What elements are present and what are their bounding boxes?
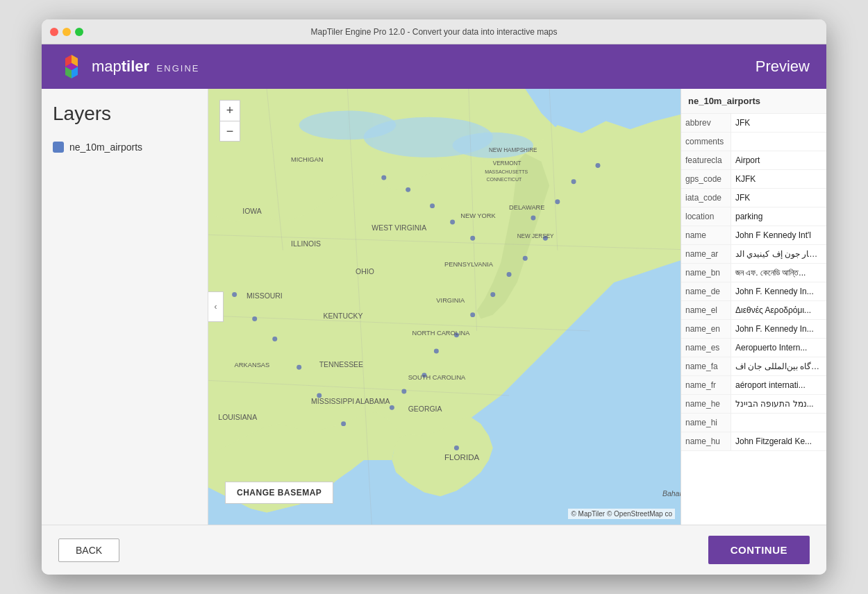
prop-key: name_de: [681, 282, 731, 300]
property-row: location parking: [681, 207, 826, 226]
prop-key: featurecla: [681, 151, 731, 169]
prop-key: iata_code: [681, 189, 731, 207]
zoom-in-button[interactable]: +: [219, 100, 240, 121]
svg-text:MICHIGAN: MICHIGAN: [291, 156, 324, 163]
svg-point-4: [453, 133, 533, 158]
prop-value: KJFK: [731, 170, 826, 188]
layers-title: Layers: [53, 103, 197, 125]
properties-rows: abbrev JFK comments featurecla Airport g…: [681, 114, 826, 451]
svg-point-36: [406, 187, 410, 192]
property-row: name_hi: [681, 414, 826, 432]
svg-text:VERMONT: VERMONT: [493, 160, 521, 167]
prop-key: name_he: [681, 395, 731, 413]
svg-point-30: [272, 337, 277, 341]
prop-value: জন এফ. কেনেডি আন্তি...: [731, 264, 826, 282]
prop-key: name_hi: [681, 414, 731, 432]
prop-value: مطار جون إف كينيدي الد...: [731, 245, 826, 263]
properties-panel: ne_10m_airports abbrev JFK comments feat…: [681, 89, 826, 525]
svg-point-26: [454, 446, 459, 450]
collapse-panel-button[interactable]: ‹: [208, 291, 224, 322]
logo: maptiler ENGINE: [58, 53, 199, 80]
svg-text:ALABAMA: ALABAMA: [356, 398, 390, 405]
svg-text:VIRGINIA: VIRGINIA: [436, 297, 465, 304]
prop-key: name: [681, 226, 731, 244]
maptiler-logo-icon: [58, 53, 85, 80]
property-row: name_el Διεθνές Αεροδρόμι...: [681, 301, 826, 320]
minimize-button[interactable]: [62, 28, 71, 36]
prop-key: name_ar: [681, 245, 731, 263]
layer-name: ne_10m_airports: [69, 142, 142, 153]
property-row: gps_code KJFK: [681, 170, 826, 189]
svg-point-34: [450, 219, 455, 224]
property-row: name John F Kennedy Int'l: [681, 226, 826, 245]
svg-point-29: [297, 365, 301, 370]
svg-text:OHIO: OHIO: [356, 268, 374, 275]
prop-value: John Fitzgerald Ke...: [731, 432, 826, 450]
property-row: name_hu John Fitzgerald Ke...: [681, 432, 826, 451]
svg-text:ARKANSAS: ARKANSAS: [235, 362, 270, 368]
logo-engine-text: ENGINE: [157, 63, 200, 74]
app-header: maptiler ENGINE Preview: [42, 44, 826, 89]
svg-text:SOUTH CAROLINA: SOUTH CAROLINA: [408, 374, 466, 381]
continue-button[interactable]: CONTINUE: [708, 536, 810, 564]
property-row: name_ar مطار جون إف كينيدي الد...: [681, 245, 826, 264]
svg-point-17: [523, 256, 528, 261]
prop-value: JFK: [731, 114, 826, 132]
main-content: Layers ne_10m_airports: [42, 89, 826, 525]
prop-key: name_en: [681, 320, 731, 338]
svg-text:TENNESSEE: TENNESSEE: [319, 361, 363, 368]
svg-point-35: [430, 203, 435, 208]
map-zoom-controls: + −: [219, 100, 240, 142]
sidebar: Layers ne_10m_airports: [42, 89, 208, 525]
map-area[interactable]: ILLINOIS OHIO NEW YORK PENNSYLVANIA NEW …: [208, 89, 681, 525]
properties-header: ne_10m_airports: [681, 89, 826, 114]
svg-text:MISSISSIPPI: MISSISSIPPI: [311, 398, 354, 405]
property-row: abbrev JFK: [681, 114, 826, 133]
svg-point-20: [470, 312, 475, 317]
titlebar: MapTiler Engine Pro 12.0 - Convert your …: [42, 19, 826, 44]
layer-item[interactable]: ne_10m_airports: [53, 139, 197, 155]
logo-text: maptiler ENGINE: [92, 58, 199, 76]
svg-text:NEW YORK: NEW YORK: [460, 212, 496, 219]
back-button[interactable]: BACK: [58, 538, 119, 562]
prop-value: נמל התעופה הביינל...: [731, 395, 826, 413]
zoom-out-button[interactable]: −: [219, 121, 240, 142]
prop-key: name_fr: [681, 376, 731, 394]
property-row: iata_code JFK: [681, 189, 826, 207]
svg-point-12: [595, 163, 600, 168]
prop-value: aéroport internati...: [731, 376, 826, 394]
svg-point-3: [299, 110, 397, 139]
prop-key: name_hu: [681, 432, 731, 450]
svg-text:PENNSYLVANIA: PENNSYLVANIA: [444, 261, 494, 268]
prop-key: name_es: [681, 339, 731, 357]
svg-point-24: [401, 389, 406, 394]
footer: BACK CONTINUE: [42, 525, 826, 575]
prop-key: location: [681, 207, 731, 226]
svg-text:IOWA: IOWA: [242, 207, 262, 215]
svg-point-37: [381, 175, 386, 180]
prop-value: Διεθνές Αεροδρόμι...: [731, 301, 826, 319]
svg-text:MASSACHUSETTS: MASSACHUSETTS: [485, 169, 528, 174]
change-basemap-button[interactable]: CHANGE BASEMAP: [225, 482, 333, 504]
svg-point-15: [531, 216, 535, 221]
maximize-button[interactable]: [75, 28, 83, 36]
svg-point-33: [470, 236, 475, 241]
prop-key: name_fa: [681, 357, 731, 375]
svg-text:MISSOURI: MISSOURI: [247, 292, 283, 300]
prop-value: [731, 414, 826, 432]
property-row: name_bn জন এফ. কেনেডি আন্তি...: [681, 264, 826, 282]
svg-text:NEW HAMPSHIRE: NEW HAMPSHIRE: [489, 147, 537, 153]
svg-point-19: [490, 292, 495, 297]
app-window: MapTiler Engine Pro 12.0 - Convert your …: [42, 19, 826, 575]
svg-point-18: [507, 272, 512, 277]
property-row: name_en John F. Kennedy In...: [681, 320, 826, 339]
svg-point-25: [390, 405, 394, 410]
prop-value: فرودگاه بین‌المللی جان اف ...: [731, 357, 826, 375]
svg-point-14: [555, 199, 560, 204]
svg-text:DELAWARE: DELAWARE: [509, 204, 545, 211]
svg-text:ILLINOIS: ILLINOIS: [291, 240, 321, 248]
svg-text:FLORIDA: FLORIDA: [444, 452, 480, 461]
prop-key: gps_code: [681, 170, 731, 188]
prop-value: JFK: [731, 189, 826, 207]
close-button[interactable]: [50, 28, 58, 36]
